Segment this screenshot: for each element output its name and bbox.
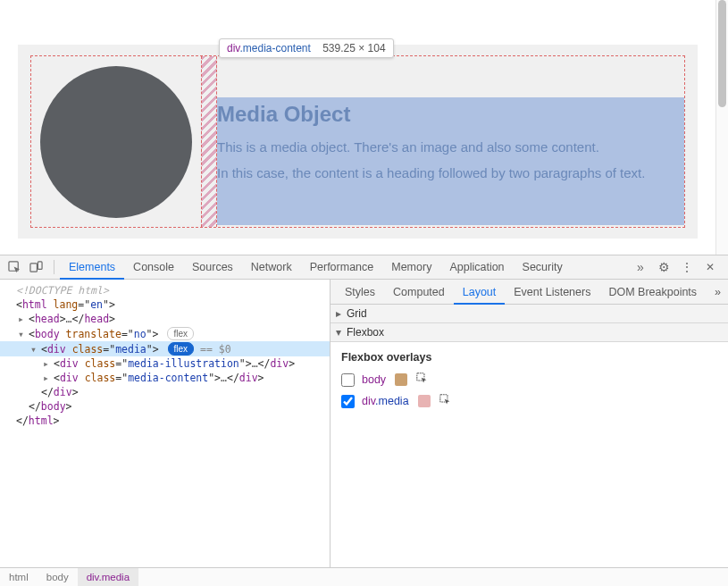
devtools-toolbar: ElementsConsoleSourcesNetworkPerformance… xyxy=(0,255,728,280)
devtools-tab-sources[interactable]: Sources xyxy=(183,255,242,280)
preview-canvas: div.media-content 539.25 × 104 Media Obj… xyxy=(18,45,698,239)
side-tab-dom-breakpoints[interactable]: DOM Breakpoints xyxy=(599,280,706,305)
preview-viewport: div.media-content 539.25 × 104 Media Obj… xyxy=(0,0,715,255)
overlay-color-swatch[interactable] xyxy=(395,373,407,386)
side-tab-event-listeners[interactable]: Event Listeners xyxy=(505,280,599,305)
grid-section[interactable]: ▸Grid xyxy=(331,305,728,323)
dom-tree-line[interactable]: <!DOCTYPE html> xyxy=(0,283,330,297)
dom-tree-line[interactable]: ▾<div class="media"> flex == $0 xyxy=(0,341,330,356)
devtools-tab-elements[interactable]: Elements xyxy=(60,255,124,280)
media-object[interactable]: div.media-content 539.25 × 104 Media Obj… xyxy=(30,55,685,228)
twisty-icon[interactable]: ▾ xyxy=(30,343,41,356)
twisty-icon[interactable]: ▸ xyxy=(43,357,54,370)
grid-section-label: Grid xyxy=(347,307,367,320)
kebab-menu-icon[interactable]: ⋮ xyxy=(678,258,696,276)
breadcrumb-item[interactable]: body xyxy=(38,568,78,586)
page-preview: div.media-content 539.25 × 104 Media Obj… xyxy=(0,0,728,255)
tooltip-dimensions: 539.25 × 104 xyxy=(322,42,385,54)
dom-tree-line[interactable]: ▸<div class="media-content">…</div> xyxy=(0,371,330,385)
devtools-tab-application[interactable]: Application xyxy=(440,255,513,280)
flexbox-section-label: Flexbox xyxy=(347,326,384,339)
twisty-icon[interactable]: ▸ xyxy=(18,313,29,325)
side-tabs-overflow-icon[interactable]: » xyxy=(707,280,728,305)
media-content-slot: div.media-content 539.25 × 104 Media Obj… xyxy=(217,56,684,227)
element-picker-icon[interactable] xyxy=(416,373,428,387)
svg-rect-1 xyxy=(29,263,37,271)
flexbox-overlays-title: Flexbox overlays xyxy=(341,351,717,364)
twisty-icon[interactable]: ▸ xyxy=(43,372,54,384)
media-illustration-circle xyxy=(40,66,192,218)
scrollbar-thumb[interactable] xyxy=(718,0,726,107)
devtools-tab-security[interactable]: Security xyxy=(514,255,572,280)
devtools-tab-memory[interactable]: Memory xyxy=(382,255,440,280)
tooltip-class: .media-content xyxy=(239,42,310,54)
chevron-right-icon: ▸ xyxy=(336,307,347,320)
flexbox-overlays-panel: Flexbox overlays bodydiv.media xyxy=(331,342,728,424)
devtools-tab-performance[interactable]: Performance xyxy=(301,255,383,280)
side-tab-computed[interactable]: Computed xyxy=(384,280,454,305)
breadcrumb-item[interactable]: html xyxy=(0,568,38,586)
dom-tree-line[interactable]: <html lang="en"> xyxy=(0,297,330,312)
tooltip-tag: div xyxy=(227,42,239,54)
devtools-tab-console[interactable]: Console xyxy=(124,255,183,280)
overlay-element-name[interactable]: div.media xyxy=(362,395,409,407)
flexbox-overlay-row: div.media xyxy=(341,394,717,408)
flexbox-overlay-row: body xyxy=(341,373,717,387)
side-panel: StylesComputedLayoutEvent ListenersDOM B… xyxy=(331,280,728,567)
dom-tree-line[interactable]: </body> xyxy=(0,399,330,414)
tabs-overflow-icon[interactable]: » xyxy=(632,258,649,276)
overlay-color-swatch[interactable] xyxy=(418,395,431,407)
overlay-element-name[interactable]: body xyxy=(362,373,386,386)
media-paragraph: In this case, the content is a heading f… xyxy=(217,165,684,180)
inspect-icon[interactable] xyxy=(5,258,23,276)
dom-tree-pane[interactable]: <!DOCTYPE html><html lang="en">▸<head>…<… xyxy=(0,280,331,567)
devtools-tabs: ElementsConsoleSourcesNetworkPerformance… xyxy=(60,255,632,280)
scrollbar[interactable] xyxy=(715,0,728,255)
element-hover-tooltip: div.media-content 539.25 × 104 xyxy=(219,38,394,58)
devtools-body: <!DOCTYPE html><html lang="en">▸<head>…<… xyxy=(0,280,728,567)
overlay-checkbox[interactable] xyxy=(341,395,355,408)
dom-tree-line[interactable]: ▸<head>…</head> xyxy=(0,312,330,326)
breadcrumb-item[interactable]: div.media xyxy=(78,568,138,586)
toolbar-separator xyxy=(54,260,54,274)
dom-breadcrumbs: htmlbodydiv.media xyxy=(0,567,728,586)
device-toggle-icon[interactable] xyxy=(27,258,45,276)
chevron-down-icon: ▾ xyxy=(336,326,347,339)
media-illustration-slot xyxy=(31,56,201,227)
dom-tree-line[interactable]: ▾<body translate="no"> flex xyxy=(0,326,330,341)
overlay-checkbox[interactable] xyxy=(341,373,355,387)
media-heading: Media Object xyxy=(217,102,684,127)
gear-icon[interactable]: ⚙ xyxy=(655,258,673,276)
media-paragraph: This is a media object. There's an image… xyxy=(217,139,684,155)
close-icon[interactable]: ✕ xyxy=(701,258,719,276)
flex-gap-hatch xyxy=(201,56,217,227)
devtools-tab-network[interactable]: Network xyxy=(242,255,301,280)
side-tab-layout[interactable]: Layout xyxy=(454,280,506,305)
twisty-icon[interactable]: ▾ xyxy=(18,328,29,340)
side-panel-tabs: StylesComputedLayoutEvent ListenersDOM B… xyxy=(331,280,728,305)
dom-tree-line[interactable]: </div> xyxy=(0,385,330,399)
dom-tree-line[interactable]: ▸<div class="media-illustration">…</div> xyxy=(0,356,330,371)
flexbox-section[interactable]: ▾Flexbox xyxy=(331,323,728,342)
element-picker-icon[interactable] xyxy=(439,394,451,408)
svg-rect-2 xyxy=(38,261,42,268)
dom-tree-line[interactable]: </html> xyxy=(0,414,330,428)
side-tab-styles[interactable]: Styles xyxy=(336,280,384,305)
